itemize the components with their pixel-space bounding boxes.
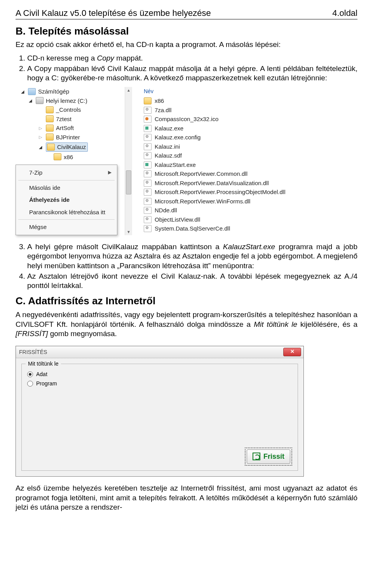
list-item[interactable]: Microsoft.ReportViewer.WinForms.dll <box>144 197 357 206</box>
list-item[interactable]: NDde.dll <box>144 206 357 215</box>
menu-cancel[interactable]: Mégse <box>16 221 117 233</box>
submenu-arrow-icon: ▶ <box>108 170 112 176</box>
folder-icon <box>46 134 54 140</box>
list-item[interactable]: Kalauz.exe <box>144 124 357 133</box>
list-item[interactable]: Microsoft.ReportViewer.DataVisualization… <box>144 179 357 188</box>
sdf-icon <box>144 152 152 159</box>
menu-create-shortcut[interactable]: Parancsikonok létrehozása itt <box>16 206 117 219</box>
radio-icon[interactable] <box>27 371 33 377</box>
section-c-para: A negyedévenkénti adatfrissítés, vagy eg… <box>16 310 357 339</box>
expand-icon[interactable]: ▷ <box>39 125 44 131</box>
dll-icon <box>144 189 152 196</box>
folder-icon <box>46 115 54 122</box>
tree-folder-civilkalauz[interactable]: ◢ CivilKalauz <box>16 142 132 153</box>
computer-icon <box>28 88 36 95</box>
scroll-thumb[interactable] <box>126 170 131 194</box>
list-item[interactable]: Kalauz.sdf <box>144 151 357 160</box>
mit-toltunk-le-group: Mit töltünk le Adat Program Frissít <box>21 364 298 471</box>
explorer-screenshot: ◢ Számítógép ◢ Helyi lemez (C:) _Control… <box>16 87 357 235</box>
menu-separator <box>18 219 115 220</box>
folder-tree-pane: ◢ Számítógép ◢ Helyi lemez (C:) _Control… <box>16 87 132 235</box>
folder-icon <box>46 125 54 132</box>
tree-folder-bjprinter[interactable]: ▷ BJPrinter <box>16 133 132 142</box>
list-item[interactable]: 7za.dll <box>144 106 357 115</box>
frissit-button[interactable]: Frissít <box>245 448 292 466</box>
exe-icon <box>144 161 152 168</box>
dll-icon <box>144 207 152 214</box>
frissites-dialog: FRISSÍTÉS ✕ Mit töltünk le Adat Program … <box>16 346 304 477</box>
file-list-pane: Név x86 7za.dll CompassIcon_32x32.ico Ka… <box>132 87 357 235</box>
tree-drive-c[interactable]: ◢ Helyi lemez (C:) <box>16 96 132 106</box>
close-button[interactable]: ✕ <box>283 348 301 356</box>
step-3: A helyi gépre másolt CivilKalauz mappába… <box>27 242 357 271</box>
list-column-name[interactable]: Név <box>144 87 357 96</box>
list-item[interactable]: KalauzStart.exe <box>144 160 357 170</box>
radio-icon[interactable] <box>27 381 33 387</box>
expand-icon[interactable]: ◢ <box>21 89 26 94</box>
folder-icon <box>46 106 54 113</box>
step-1: CD-n keresse meg a Copy mappát. <box>27 54 357 63</box>
step-4: Az Asztalon létrejövő ikont nevezze el C… <box>27 272 357 291</box>
list-item[interactable]: System.Data.SqlServerCe.dll <box>144 224 357 233</box>
ico-icon <box>144 116 152 123</box>
list-item[interactable]: x86 <box>144 96 357 106</box>
dll-icon <box>144 216 152 223</box>
menu-7zip[interactable]: 7-Zip ▶ <box>16 167 117 179</box>
list-item[interactable]: CompassIcon_32x32.ico <box>144 114 357 124</box>
tree-folder-7ztest[interactable]: 7ztest <box>16 114 132 124</box>
ini-icon <box>144 143 152 150</box>
dialog-title: FRISSÍTÉS <box>19 349 47 356</box>
dll-icon <box>144 180 152 187</box>
list-item[interactable]: Microsoft.ReportViewer.Common.dll <box>144 169 357 179</box>
tree-scrollbar[interactable]: ▲ ▼ <box>125 87 132 235</box>
section-b-steps: CD-n keresse meg a Copy mappát. A Copy m… <box>27 54 357 83</box>
config-icon <box>144 134 152 141</box>
step-2: A Copy mappában lévő Civil Kalauz mappát… <box>27 64 357 83</box>
footer-paragraph: Az első üzembe helyezés keretében teszte… <box>16 484 357 512</box>
expand-icon[interactable]: ◢ <box>39 144 44 150</box>
scroll-down-icon[interactable]: ▼ <box>127 229 131 235</box>
expand-icon[interactable]: ▷ <box>39 134 44 140</box>
expand-icon[interactable]: ◢ <box>29 98 33 103</box>
dll-icon <box>144 198 152 205</box>
folder-icon <box>144 97 152 104</box>
tree-folder-controls[interactable]: _Controls <box>16 105 132 114</box>
group-label: Mit töltünk le <box>26 360 61 367</box>
tree-folder-x86[interactable]: x86 <box>16 153 132 162</box>
context-menu: 7-Zip ▶ Másolás ide Áthelyezés ide Paran… <box>16 165 117 235</box>
refresh-icon <box>253 453 260 460</box>
menu-copy-here[interactable]: Másolás ide <box>16 182 117 194</box>
folder-icon <box>54 153 61 160</box>
section-b-intro: Ez az opció csak akkor érhető el, ha CD-… <box>16 40 357 50</box>
radio-program[interactable]: Program <box>27 379 292 388</box>
list-item[interactable]: Microsoft.ReportViewer.ProcessingObjectM… <box>144 187 357 197</box>
exe-icon <box>144 125 152 132</box>
page-header: A Civil Kalauz v5.0 telepítése és üzembe… <box>16 8 357 19</box>
list-item[interactable]: ObjectListView.dll <box>144 215 357 224</box>
folder-icon <box>47 144 55 151</box>
tree-computer[interactable]: ◢ Számítógép <box>16 87 132 96</box>
dll-icon <box>144 107 152 114</box>
list-item[interactable]: Kalauz.ini <box>144 142 357 151</box>
dialog-titlebar[interactable]: FRISSÍTÉS ✕ <box>16 346 303 358</box>
header-page: 4.oldal <box>332 8 357 19</box>
section-b-steps-cont: A helyi gépre másolt CivilKalauz mappába… <box>27 242 357 291</box>
close-icon: ✕ <box>290 349 295 355</box>
header-title: A Civil Kalauz v5.0 telepítése és üzembe… <box>16 8 211 19</box>
scroll-up-icon[interactable]: ▲ <box>127 87 131 94</box>
dll-icon <box>144 170 152 177</box>
menu-separator <box>18 180 115 180</box>
section-c-title: C. Adatfrissítés az Internetről <box>16 295 357 308</box>
selected-folder[interactable]: CivilKalauz <box>46 142 88 152</box>
tree-folder-artsoft[interactable]: ▷ ArtSoft <box>16 123 132 133</box>
list-item[interactable]: Kalauz.exe.config <box>144 133 357 142</box>
section-b-title: B. Telepítés másolással <box>16 25 357 38</box>
menu-move-here[interactable]: Áthelyezés ide <box>16 194 117 206</box>
drive-icon <box>36 97 44 104</box>
dll-icon <box>144 225 152 232</box>
radio-adat[interactable]: Adat <box>27 369 292 379</box>
